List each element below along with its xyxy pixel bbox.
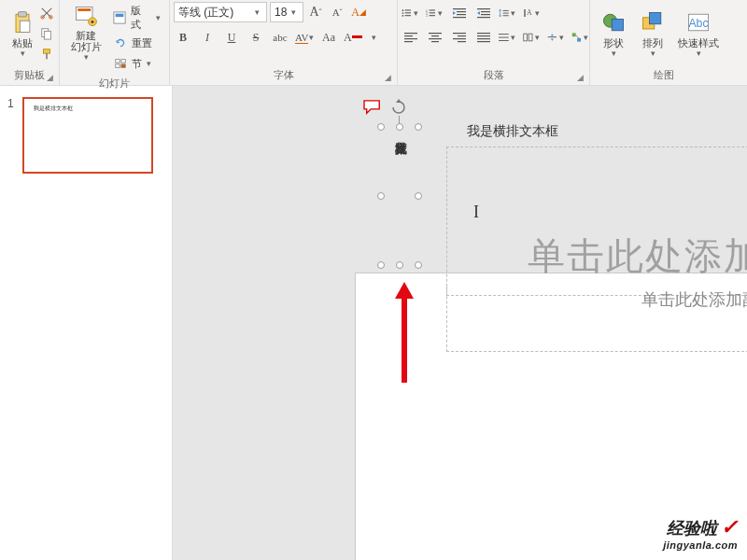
svg-rect-30 bbox=[430, 15, 435, 16]
reset-button[interactable]: 重置 bbox=[111, 34, 163, 52]
copy-button[interactable] bbox=[37, 24, 56, 43]
svg-rect-17 bbox=[115, 64, 119, 68]
text-cursor-icon: I bbox=[473, 203, 479, 222]
svg-rect-57 bbox=[477, 38, 490, 39]
svg-rect-10 bbox=[78, 8, 92, 11]
group-clipboard-label: 剪贴板◢ bbox=[4, 66, 55, 85]
align-right-button[interactable] bbox=[450, 28, 469, 47]
section-button[interactable]: 节▾ bbox=[111, 54, 163, 73]
workspace: 1 我是横排文本框 bbox=[0, 86, 747, 560]
new-slide-button[interactable]: ✦ 新建 幻灯片 ▾ bbox=[63, 2, 109, 63]
layout-icon bbox=[111, 8, 129, 27]
text-direction-button[interactable]: ‖A▾ bbox=[523, 4, 542, 22]
shapes-button[interactable]: 形状▾ bbox=[594, 2, 633, 63]
svg-rect-44 bbox=[404, 35, 413, 36]
distribute-button[interactable]: ▾ bbox=[499, 28, 517, 47]
svg-rect-45 bbox=[404, 38, 417, 39]
columns-button[interactable]: ▾ bbox=[523, 28, 542, 47]
align-text-button[interactable]: ▾ bbox=[547, 28, 566, 47]
svg-rect-49 bbox=[429, 38, 442, 39]
svg-rect-8 bbox=[46, 53, 48, 59]
change-case-button[interactable]: Aa bbox=[319, 28, 338, 47]
svg-rect-43 bbox=[404, 33, 417, 34]
vertical-textbox[interactable]: 我是竖排文本框 bbox=[381, 127, 418, 265]
underline-button[interactable]: U bbox=[222, 28, 241, 47]
line-spacing-button[interactable]: ▾ bbox=[499, 4, 517, 22]
title-placeholder: 单击此处添加标题 bbox=[528, 231, 747, 282]
new-slide-label: 新建 幻灯片 bbox=[71, 30, 102, 52]
strikethrough-button[interactable]: S bbox=[247, 28, 265, 47]
chevron-down-icon[interactable]: ▾ bbox=[17, 49, 28, 58]
group-drawing: 形状▾ 排列▾ Abc 快速样式▾ 绘图 bbox=[590, 0, 738, 85]
check-icon: ✓ bbox=[721, 515, 738, 539]
svg-rect-53 bbox=[453, 38, 466, 39]
svg-point-23 bbox=[402, 15, 404, 17]
new-slide-icon: ✦ bbox=[71, 4, 101, 30]
svg-point-21 bbox=[402, 12, 404, 14]
quickstyle-icon: Abc bbox=[684, 7, 713, 37]
increase-indent-button[interactable] bbox=[474, 4, 493, 22]
slide-editor[interactable]: 我是竖排文本框 我是横排文本框 单击此处添加标题 单击此处添加副标题 I bbox=[173, 86, 747, 560]
bold-button[interactable]: B bbox=[174, 28, 192, 47]
slide-thumbnail-1[interactable]: 1 我是横排文本框 bbox=[0, 97, 172, 174]
char-spacing-button[interactable]: AV▾ bbox=[295, 28, 314, 47]
chevron-down-icon[interactable]: ▾ bbox=[80, 52, 92, 62]
cut-button[interactable] bbox=[37, 4, 56, 22]
reset-icon bbox=[111, 34, 130, 52]
smartart-button[interactable]: ▾ bbox=[571, 28, 590, 47]
layout-button[interactable]: 版式▾ bbox=[111, 4, 163, 32]
italic-button[interactable]: I bbox=[198, 28, 217, 47]
font-name-select[interactable]: 等线 (正文)▾ bbox=[174, 2, 267, 22]
bullets-button[interactable]: ▾ bbox=[402, 4, 420, 22]
svg-rect-7 bbox=[44, 49, 50, 53]
thumbnail-preview[interactable]: 我是横排文本框 bbox=[22, 97, 153, 174]
svg-rect-38 bbox=[477, 17, 490, 18]
align-left-button[interactable] bbox=[402, 28, 420, 47]
svg-rect-26 bbox=[430, 9, 435, 10]
increase-font-button[interactable]: Aˆ bbox=[306, 3, 325, 21]
svg-rect-51 bbox=[453, 33, 466, 34]
svg-rect-58 bbox=[477, 41, 490, 42]
watermark: 经验啦✓ jingyanla.com bbox=[663, 515, 738, 551]
svg-rect-66 bbox=[577, 38, 581, 42]
font-size-select[interactable]: 18▾ bbox=[270, 2, 303, 22]
group-font: 等线 (正文)▾ 18▾ Aˆ Aˇ A◢ B I U S abc AV▾ Aa… bbox=[170, 0, 398, 85]
svg-rect-47 bbox=[429, 33, 442, 34]
dialog-launcher-icon[interactable]: ◢ bbox=[385, 73, 391, 82]
paste-icon bbox=[7, 7, 37, 37]
svg-rect-1 bbox=[19, 12, 27, 17]
dialog-launcher-icon[interactable]: ◢ bbox=[577, 73, 584, 82]
subtitle-placeholder-box[interactable]: 单击此处添加副标题 bbox=[446, 287, 747, 352]
decrease-indent-button[interactable] bbox=[450, 4, 469, 22]
svg-rect-16 bbox=[121, 60, 125, 63]
svg-text:✦: ✦ bbox=[90, 19, 95, 25]
comment-icon[interactable] bbox=[362, 99, 383, 119]
dialog-launcher-icon[interactable]: ◢ bbox=[47, 73, 53, 82]
svg-rect-48 bbox=[431, 35, 439, 36]
chevron-down-icon[interactable]: ▾ bbox=[368, 33, 379, 42]
red-arrow-annotation bbox=[390, 273, 418, 387]
group-paragraph: ▾ 123▾ ▾ ‖A▾ ▾ ▾ ▾ ▾ 段落◢ bbox=[398, 0, 590, 85]
shadow-button[interactable]: abc bbox=[271, 28, 289, 47]
svg-rect-54 bbox=[458, 41, 466, 42]
format-painter-button[interactable] bbox=[37, 45, 56, 63]
decrease-font-button[interactable]: Aˇ bbox=[328, 3, 346, 21]
svg-rect-20 bbox=[405, 9, 411, 10]
numbering-button[interactable]: 123▾ bbox=[426, 4, 444, 22]
quickstyle-button[interactable]: Abc 快速样式▾ bbox=[672, 2, 725, 63]
arrange-icon bbox=[638, 7, 668, 37]
thumbnail-pane[interactable]: 1 我是横排文本框 bbox=[0, 86, 173, 560]
arrange-button[interactable]: 排列▾ bbox=[633, 2, 672, 63]
justify-button[interactable] bbox=[474, 28, 493, 47]
align-center-button[interactable] bbox=[426, 28, 444, 47]
group-paragraph-label: 段落◢ bbox=[402, 66, 585, 85]
svg-rect-31 bbox=[453, 8, 466, 9]
section-icon bbox=[111, 54, 130, 73]
svg-rect-70 bbox=[650, 13, 661, 24]
title-placeholder-box[interactable]: 单击此处添加标题 bbox=[446, 147, 747, 296]
svg-rect-15 bbox=[115, 60, 119, 63]
clear-format-button[interactable]: A◢ bbox=[349, 3, 368, 21]
svg-text:Abc: Abc bbox=[688, 17, 708, 30]
font-color-button[interactable]: A bbox=[344, 28, 362, 47]
shapes-icon bbox=[599, 7, 628, 37]
